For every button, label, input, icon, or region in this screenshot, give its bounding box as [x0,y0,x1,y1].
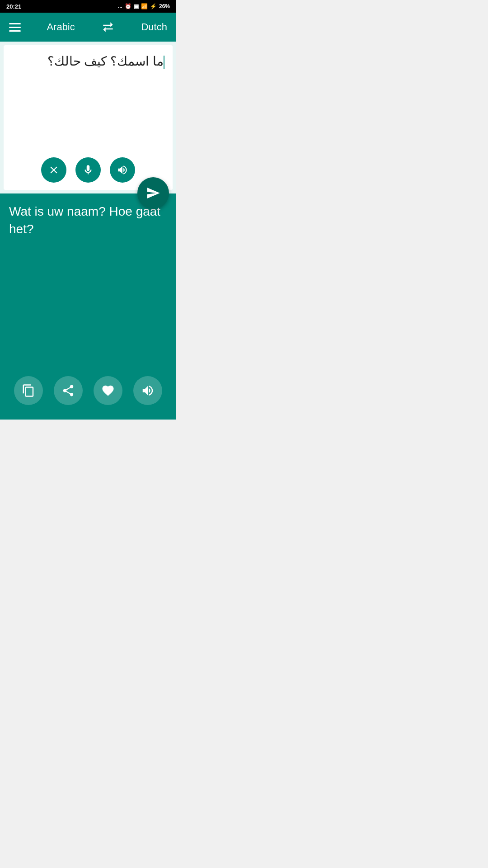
menu-button[interactable] [9,23,21,32]
clear-button[interactable] [41,157,66,183]
heart-icon [101,384,115,397]
sim-icon: ▣ [134,3,139,9]
menu-icon-line1 [9,23,21,24]
send-icon [146,186,160,200]
input-section: ما اسمك؟ كيف حالك؟ [0,42,176,193]
share-button[interactable] [54,376,83,405]
translate-button[interactable] [137,177,169,209]
swap-icon [101,20,115,34]
favorite-button[interactable] [94,376,122,405]
header: Arabic Dutch [0,13,176,42]
volume-icon [117,164,128,176]
bolt-icon: ⚡ [150,3,157,9]
target-language-button[interactable]: Dutch [141,21,167,33]
menu-icon-line3 [9,30,21,32]
output-controls [0,376,176,405]
microphone-button[interactable] [75,157,101,183]
status-icons: ... ⏰ ▣ 📶 ⚡ 26% [118,3,170,9]
speak-input-button[interactable] [110,157,135,183]
volume-output-icon [141,384,155,397]
input-card: ما اسمك؟ كيف حالك؟ [4,45,173,190]
battery-pct: 26% [159,3,170,9]
menu-icon-line2 [9,27,21,28]
share-icon [61,384,75,397]
signal-icon: 📶 [141,3,148,9]
output-section: Wat is uw naam? Hoe gaat het? [0,193,176,420]
swap-languages-button[interactable] [101,20,115,34]
x-icon [48,164,60,176]
status-dots: ... [118,3,122,9]
status-bar: 20:21 ... ⏰ ▣ 📶 ⚡ 26% [0,0,176,13]
mic-icon [82,164,94,176]
source-language-button[interactable]: Arabic [47,21,75,33]
arabic-input-text[interactable]: ما اسمك؟ كيف حالك؟ [11,52,165,148]
translated-text: Wat is uw naam? Hoe gaat het? [9,203,167,238]
speak-output-button[interactable] [133,376,162,405]
text-cursor [164,56,164,69]
status-time: 20:21 [6,3,21,10]
input-controls [11,157,165,183]
alarm-icon: ⏰ [125,3,131,9]
copy-button[interactable] [14,376,43,405]
copy-icon [22,384,35,397]
